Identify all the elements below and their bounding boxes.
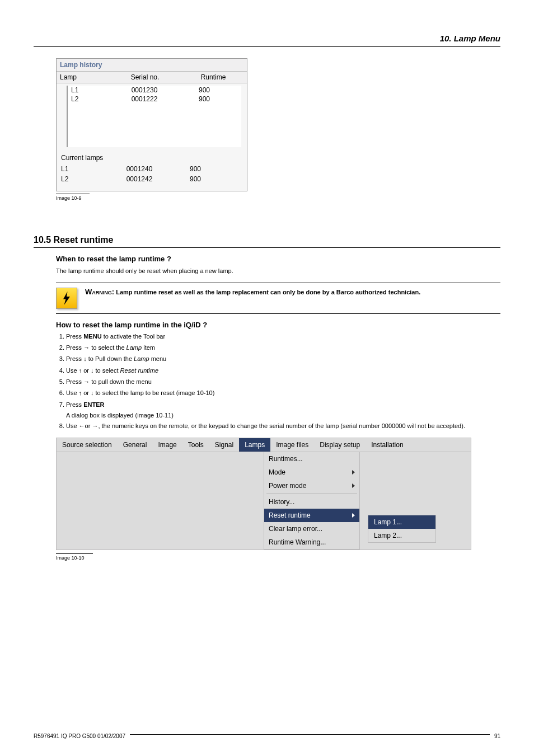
menu-source-selection[interactable]: Source selection (57, 438, 118, 452)
list-item: Press ↓ to Pull down the Lamp menu (66, 355, 500, 363)
page-footer: R5976491 IQ PRO G500 01/02/2007 91 (34, 733, 500, 739)
menu-separator (266, 494, 357, 494)
menu-image[interactable]: Image (152, 438, 182, 452)
lamps-item-history[interactable]: History... (264, 495, 359, 509)
chevron-right-icon (352, 483, 355, 488)
reset-runtime-submenu: Lamp 1... Lamp 2... (368, 515, 436, 543)
menu-image-files[interactable]: Image files (270, 438, 314, 452)
warning-block: Warning: Lamp runtime reset as well as t… (56, 283, 500, 314)
table-row: L1 0001240 900 (61, 165, 242, 173)
current-lamps-title: Current lamps (61, 154, 242, 162)
menu-general[interactable]: General (118, 438, 153, 452)
list-item: Use ←or →, the numeric keys on the remot… (66, 422, 500, 430)
menu-display-setup[interactable]: Display setup (314, 438, 366, 452)
footer-doc-id: R5976491 IQ PRO G500 01/02/2007 (34, 733, 125, 739)
lamps-item-power-mode[interactable]: Power mode (264, 479, 359, 492)
lamps-dropdown: Runtimes... Mode Power mode History... R… (264, 452, 360, 550)
lamps-item-runtimes[interactable]: Runtimes... (264, 452, 359, 466)
menu-screenshot: Source selection General Image Tools Sig… (56, 438, 471, 550)
list-item: Press MENU to activate the Tool bar (66, 332, 500, 341)
subheading-how: How to reset the lamp runtime in the iQ/… (56, 321, 500, 329)
list-item: Use ↑ or ↓ to select the lamp to be rese… (66, 389, 500, 397)
steps-list: Press MENU to activate the Tool bar Pres… (56, 332, 500, 410)
list-item: Press ENTER (66, 401, 500, 409)
cell-serial: 0001242 (106, 175, 173, 183)
footer-rule (130, 734, 490, 735)
cell-runtime: 900 (179, 95, 230, 104)
menu-tools[interactable]: Tools (182, 438, 209, 452)
cell-lamp: L2 (68, 95, 110, 104)
section-rule (34, 247, 500, 248)
cell-lamp: L1 (61, 165, 106, 173)
chevron-right-icon (352, 470, 355, 475)
paragraph-when: The lamp runtime should only be reset wh… (56, 266, 500, 276)
chevron-right-icon (352, 513, 355, 518)
lamps-item-runtime-warning[interactable]: Runtime Warning... (264, 536, 359, 549)
cell-runtime: 900 (173, 165, 218, 173)
table-row: L2 0001222 900 (68, 95, 241, 104)
col-header-serial: Serial no. (108, 72, 182, 83)
submenu-lamp-2[interactable]: Lamp 2... (368, 529, 435, 542)
cell-serial: 0001240 (106, 165, 173, 173)
warning-body: Lamp runtime reset as well as the lamp r… (116, 289, 420, 295)
menu-bar: Source selection General Image Tools Sig… (57, 438, 471, 452)
cell-runtime: 900 (173, 175, 218, 183)
menu-signal[interactable]: Signal (209, 438, 239, 452)
list-item: Press → to select the Lamp item (66, 344, 500, 352)
warning-bolt-icon (56, 288, 77, 309)
lamp-history-rows: L1 0001230 900 L2 0001222 900 (67, 86, 241, 147)
cell-serial: 0001230 (110, 86, 179, 95)
steps-list-continued: Use ←or →, the numeric keys on the remot… (56, 422, 500, 430)
image-caption-10-10: Image 10-10 (56, 553, 93, 561)
cell-runtime: 900 (179, 86, 230, 95)
step-7-followon: A dialog box is displayed (image 10-11) (66, 412, 500, 419)
warning-text: Warning: Lamp runtime reset as well as t… (85, 288, 500, 309)
svg-marker-0 (63, 292, 70, 305)
warning-label: Warning: (85, 288, 114, 296)
col-header-runtime: Runtime (182, 72, 245, 83)
subheading-when: When to reset the lamp runtime ? (56, 255, 500, 263)
col-header-lamp: Lamp (57, 72, 108, 83)
image-caption-10-9: Image 10-9 (56, 194, 90, 201)
menu-installation[interactable]: Installation (366, 438, 409, 452)
footer-page-number: 91 (494, 733, 500, 739)
lamp-history-title: Lamp history (57, 59, 247, 72)
list-item: Press → to pull down the menu (66, 378, 500, 386)
chapter-header: 10. Lamp Menu (34, 34, 500, 43)
lamp-history-column-headers: Lamp Serial no. Runtime (57, 72, 247, 83)
cell-serial: 0001222 (110, 95, 179, 104)
top-rule (34, 46, 500, 47)
menu-lamps[interactable]: Lamps (239, 438, 270, 452)
table-row: L1 0001230 900 (68, 86, 241, 95)
lamps-item-reset-runtime[interactable]: Reset runtime (264, 509, 359, 522)
lamp-history-dialog: Lamp history Lamp Serial no. Runtime L1 … (56, 58, 247, 191)
lamps-item-mode[interactable]: Mode (264, 466, 359, 479)
submenu-lamp-1[interactable]: Lamp 1... (368, 515, 435, 529)
table-row: L2 0001242 900 (61, 175, 242, 183)
cell-lamp: L2 (61, 175, 106, 183)
cell-lamp: L1 (68, 86, 110, 95)
list-item: Use ↑ or ↓ to select Reset runtime (66, 367, 500, 375)
current-lamps-section: Current lamps L1 0001240 900 L2 0001242 … (57, 149, 247, 191)
section-heading-10-5: 10.5 Reset runtime (34, 235, 500, 245)
lamps-item-clear-lamp-error[interactable]: Clear lamp error... (264, 522, 359, 536)
